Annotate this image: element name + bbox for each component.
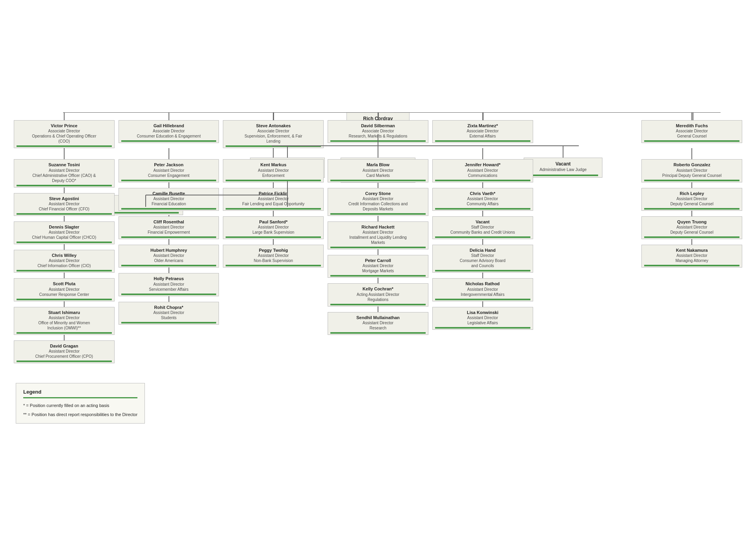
v-connector bbox=[482, 211, 483, 216]
v-connector bbox=[169, 268, 169, 273]
org-chart: Rich Cordray Director Raj Date Deputy Di… bbox=[12, 112, 744, 424]
legend-section: Legend * = Position currently filled on … bbox=[16, 383, 744, 424]
v-connector bbox=[378, 278, 378, 283]
asst-col-2: Kent Markus Assistant DirectorEnforcemen… bbox=[221, 148, 326, 363]
asst-col-1: Peter Jackson Assistant DirectorConsumer… bbox=[117, 148, 221, 363]
assoc-col-3: David Silberman Associate DirectorResear… bbox=[326, 112, 430, 148]
nicholas-rathod-node: Nicholas Rathod Assistant DirectorInterg… bbox=[432, 278, 533, 301]
legend-item-2: ** = Position has direct report responsi… bbox=[23, 411, 137, 418]
v-connector bbox=[482, 301, 483, 307]
jennifer-howard-node: Jennifer Howard* Assistant DirectorCommu… bbox=[432, 159, 533, 182]
cliff-rosenthal-node: Cliff Rosenthal Assistant DirectorFinanc… bbox=[119, 216, 219, 239]
v-connector bbox=[169, 239, 169, 245]
asst-col-4: Jennifer Howard* Assistant DirectorCommu… bbox=[430, 148, 535, 363]
v-connector bbox=[273, 239, 274, 245]
camille-busette-node: Camille Busette Assistant DirectorFinanc… bbox=[119, 188, 219, 211]
v-connector bbox=[64, 335, 65, 340]
steve-agostini-node: Steve Agostini Assistant DirectorChief F… bbox=[14, 193, 115, 216]
delicia-hand-node: Delicia Hand Staff DirectorConsumer Advi… bbox=[432, 245, 533, 273]
v-connector bbox=[273, 182, 274, 188]
v-connector bbox=[64, 273, 65, 278]
marla-blow-node: Marla Blow Assistant DirectorCard Market… bbox=[328, 159, 428, 182]
v-connector bbox=[64, 188, 65, 193]
v-connector bbox=[273, 211, 274, 216]
v-connector bbox=[378, 307, 378, 312]
vacant-community-node: Vacant Staff DirectorCommunity Banks and… bbox=[432, 216, 533, 239]
assoc-col-6: Meredith Fuchs Associate DirectorGeneral… bbox=[639, 112, 744, 148]
asst-col-6: Roberto Gonzalez Assistant DirectorPrinc… bbox=[639, 148, 744, 363]
peter-carroll-node: Peter Carroll Assistant DirectorMortgage… bbox=[328, 255, 428, 278]
v-connector bbox=[169, 296, 169, 302]
peter-jackson-node: Peter Jackson Assistant DirectorConsumer… bbox=[119, 159, 219, 182]
scott-pluta-node: Scott Pluta Assistant DirectorConsumer R… bbox=[14, 278, 115, 301]
v-connector bbox=[64, 244, 65, 250]
v-connector bbox=[482, 182, 483, 188]
rohit-chopra-node: Rohit Chopra* Assistant DirectorStudents bbox=[119, 302, 219, 325]
v-connector bbox=[691, 182, 692, 188]
asst-level: Suzanne Tosini Assistant DirectorChief A… bbox=[12, 148, 744, 363]
kent-markus-node: Kent Markus Assistant DirectorEnforcemen… bbox=[223, 159, 324, 182]
v-connector bbox=[169, 182, 169, 188]
holly-petraeus-node: Holly Petraeus Assistant DirectorService… bbox=[119, 273, 219, 296]
v-connector bbox=[378, 249, 378, 255]
chris-vaeth-node: Chris Vaeth* Assistant DirectorCommunity… bbox=[432, 188, 533, 211]
roberto-gonzalez-node: Roberto Gonzalez Assistant DirectorPrinc… bbox=[641, 159, 742, 182]
quyen-truong-node: Quyen Truong Assistant DirectorDeputy Ge… bbox=[641, 216, 742, 239]
assoc-col-0: Victor Prince Associate DirectorOperatio… bbox=[12, 112, 117, 148]
v-connector bbox=[169, 154, 169, 159]
meredith-fuchs-node: Meredith Fuchs Associate DirectorGeneral… bbox=[641, 120, 742, 143]
v-connector bbox=[378, 182, 378, 188]
david-silberman-node: David Silberman Associate DirectorResear… bbox=[328, 120, 428, 143]
hubert-humphrey-node: Hubert Humphrey Assistant DirectorOlder … bbox=[119, 245, 219, 268]
victor-prince-node: Victor Prince Associate DirectorOperatio… bbox=[14, 120, 115, 148]
zixta-martinez-node: Zixta Martinez* Associate DirectorExtern… bbox=[432, 120, 533, 143]
asst-col-0: Suzanne Tosini Assistant DirectorChief A… bbox=[12, 148, 117, 363]
v-connector bbox=[691, 211, 692, 216]
stuart-ishimaru-node: Stuart Ishimaru Assistant DirectorOffice… bbox=[14, 307, 115, 335]
v-connector bbox=[378, 216, 378, 221]
kelly-cochran-node: Kelly Cochran* Acting Assistant Director… bbox=[328, 283, 428, 306]
assoc-col-2: Steve Antonakes Associate DirectorSuperv… bbox=[221, 112, 326, 148]
asst-col-5 bbox=[535, 148, 640, 363]
legend-item-1: * = Position currently filled on an acti… bbox=[23, 402, 137, 409]
assoc-col-4: Zixta Martinez* Associate DirectorExtern… bbox=[430, 112, 535, 148]
patrice-ficklin-node: Patrice Ficklin Assistant DirectorFair L… bbox=[223, 188, 324, 211]
corey-stone-node: Corey Stone Assistant DirectorCredit Inf… bbox=[328, 188, 428, 216]
gail-hillebrand-node: Gail Hillebrand Associate DirectorConsum… bbox=[119, 120, 219, 143]
peggy-twohig-node: Peggy Twohig Assistant DirectorNon-Bank … bbox=[223, 245, 324, 268]
v-connector bbox=[64, 216, 65, 221]
dennis-slagter-node: Dennis Slagter Assistant DirectorChief H… bbox=[14, 221, 115, 244]
v-connector bbox=[64, 154, 65, 159]
richard-hackett-node: Richard Hackett Assistant DirectorInstal… bbox=[328, 221, 428, 249]
rich-lepley-node: Rich Lepley Assistant DirectorDeputy Gen… bbox=[641, 188, 742, 211]
v-connector bbox=[482, 239, 483, 245]
v-connector bbox=[482, 154, 483, 159]
suzanne-tosini-node: Suzanne Tosini Assistant DirectorChief A… bbox=[14, 159, 115, 187]
v-connector bbox=[64, 301, 65, 307]
v-connector bbox=[691, 239, 692, 245]
chris-willey-node: Chris Willey Assistant DirectorChief Inf… bbox=[14, 250, 115, 273]
vacant-alj-node: Vacant Administrative Law Judge bbox=[524, 158, 602, 178]
steve-antonakes-node: Steve Antonakes Associate DirectorSuperv… bbox=[223, 120, 324, 148]
asst-col-3: Marla Blow Assistant DirectorCard Market… bbox=[326, 148, 430, 363]
paul-sanford-node: Paul Sanford* Assistant DirectorLarge Ba… bbox=[223, 216, 324, 239]
sendhil-mullainathan-node: Sendhil Mullainathan Assistant DirectorR… bbox=[328, 312, 428, 335]
assoc-level: Victor Prince Associate DirectorOperatio… bbox=[12, 112, 744, 148]
legend-box: Legend * = Position currently filled on … bbox=[16, 383, 145, 424]
assoc-col-5 bbox=[535, 112, 640, 148]
lisa-konwinski-node: Lisa Konwinski Assistant DirectorLegisla… bbox=[432, 307, 533, 330]
assoc-col-1: Gail Hillebrand Associate DirectorConsum… bbox=[117, 112, 221, 148]
v-connector bbox=[482, 273, 483, 278]
legend-title: Legend bbox=[23, 389, 137, 398]
david-gragan-node: David Gragan Assistant DirectorChief Pro… bbox=[14, 340, 115, 363]
v-connector bbox=[691, 154, 692, 159]
kent-nakamura-node: Kent Nakamura Assistant DirectorManaging… bbox=[641, 245, 742, 268]
